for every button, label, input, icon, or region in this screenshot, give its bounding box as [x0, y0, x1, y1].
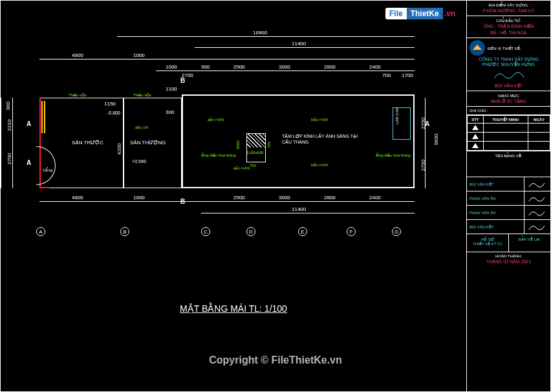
tb-note: GHI CHÚ : — [467, 107, 550, 115]
skylight-hatch — [246, 133, 266, 147]
slope: Dốc i=2% — [311, 162, 329, 167]
slope: Dốc i=2% — [311, 117, 329, 122]
tb-drawing-name: TÊN BẢNG VẼ: — [467, 151, 550, 177]
dim: 2400 — [369, 64, 381, 70]
gate-label: Cổng — [43, 168, 52, 172]
dim-line — [117, 36, 415, 37]
signature-icon — [528, 193, 547, 204]
dim: 1100x650 — [246, 151, 263, 155]
tb-category: HẠNG MỤC: NHÀ Ở 3C TẦNG — [467, 91, 550, 107]
slope: dốc 1% — [135, 125, 149, 129]
dim-span: 11400 — [292, 41, 306, 47]
grid-mark: C — [201, 227, 210, 236]
room-label-terrace: SÂN THƯỢNG — [130, 140, 166, 146]
triangle-icon — [472, 125, 479, 130]
dim: 1700 — [402, 72, 413, 78]
dim: 1150 — [104, 101, 116, 107]
dim: 1100 — [166, 86, 177, 92]
dim: 700 — [382, 72, 391, 78]
grid-mark: B — [120, 227, 129, 236]
dim: 4200 — [116, 144, 122, 155]
watermark-logo: File ThietKe .vn — [385, 8, 455, 19]
drawing-title: MẶT BẰNG MÁI TL: 1/100 — [180, 303, 287, 314]
dim: 1000 — [166, 64, 177, 70]
dim: 11400 — [292, 206, 306, 212]
section-mark-a: A — [27, 159, 31, 166]
dim: 2700 — [6, 153, 12, 165]
signature-icon — [528, 208, 547, 218]
tb-designer: ĐƠN VỊ THIẾT KẾ: CÔNG TY TNHH XÂY DỰNG P… — [467, 38, 550, 91]
dim-line — [195, 47, 415, 48]
dim: 2800 — [324, 64, 336, 70]
drawing-area: 16900 11400 4800 1000 1000 900 2500 3000… — [1, 1, 466, 391]
signature-icon — [528, 222, 547, 232]
dim: 1000 — [133, 52, 145, 58]
triangle-icon — [472, 134, 479, 139]
room-label-front: SÂN TRƯỚC — [72, 140, 103, 146]
dim-line — [1, 98, 1, 188]
dim: 3000 — [279, 64, 290, 70]
section-mark-a: A — [27, 120, 31, 127]
dim: 4800 — [72, 195, 83, 201]
company-logo-icon — [470, 40, 485, 56]
dim: 2800 — [324, 195, 336, 201]
section-mark-a: A — [425, 120, 429, 127]
dim: 3000 — [279, 195, 290, 201]
signature-icon — [493, 69, 525, 82]
dim: 2210 — [6, 120, 12, 131]
tb-signatures: BÙI VĂN KẾT PHAN VĂN ÂN PHAN VĂN ÂN BÙI … — [467, 177, 550, 234]
gate-hatch — [41, 101, 45, 133]
slope-note: Thiến vữa — [69, 93, 87, 97]
tb-date: HOÀN THÀNH: THÁNG 02 NĂM 2021 — [467, 252, 550, 266]
tb-owner: CHỦ ĐẦU TƯ: ÔNG : TRẦN ĐÌNH HIẾN BÀ : HỒ… — [467, 16, 550, 38]
dim: 750 — [250, 164, 256, 168]
signature-icon — [528, 179, 547, 190]
grid-mark: A — [36, 227, 45, 236]
title-block: ĐỊA ĐIỂM XÂY DỰNG: P.HÒA HƯƠNG- TAM KỲ C… — [466, 1, 550, 391]
dim: 2500 — [233, 195, 245, 201]
grid-mark: G — [392, 227, 401, 236]
grid-mark: E — [298, 227, 307, 236]
dim: 5600 — [433, 134, 439, 146]
dim-line — [425, 98, 426, 188]
elevation: +3.590 — [132, 159, 146, 164]
dim: 4800 — [72, 52, 83, 58]
dim-line — [156, 71, 415, 71]
dim-total: 16900 — [253, 30, 267, 36]
dim-line — [12, 98, 13, 188]
dim: 6500 — [236, 140, 240, 149]
slope-note: Thiến vữa — [133, 93, 151, 97]
dim: 2500 — [233, 64, 245, 70]
balcony-label: LAN CAN — [395, 107, 399, 124]
dim: 1000 — [133, 195, 145, 201]
dim: 2750 — [420, 160, 426, 171]
elevation: -0.800 — [107, 111, 120, 115]
dim-line — [201, 213, 415, 213]
triangle-icon — [472, 143, 479, 148]
hvac-note: Ống điều hòa thông — [376, 153, 411, 157]
section-mark-b: B — [180, 77, 185, 84]
slope: dốc i=2% — [233, 166, 250, 170]
dim: 300 — [5, 102, 11, 110]
dim-line — [39, 59, 415, 60]
hvac-note: Ống điều hòa thông — [201, 153, 236, 157]
copyright-text: Copyright © FileThietKe.vn — [209, 354, 342, 366]
skylight-note: TẤM LỢP KÍNH LẤY ÁNH SÁNG TẠI CẦU THANG — [282, 133, 366, 145]
front-line — [39, 187, 49, 188]
dim: 2400 — [369, 195, 381, 201]
dim: 900 — [201, 64, 210, 70]
slope: dốc i=2% — [208, 117, 224, 122]
dim: 700 — [267, 142, 271, 148]
grid-mark: D — [246, 227, 255, 236]
grid-mark: F — [347, 227, 356, 236]
dim-line — [39, 201, 415, 202]
floor-plan: 16900 11400 4800 1000 1000 900 2500 3000… — [39, 98, 427, 188]
tb-location: ĐỊA ĐIỂM XÂY DỰNG: P.HÒA HƯƠNG- TAM KỲ — [467, 1, 550, 16]
tb-bottom: HỒ SƠ THIẾT KẾ KT-TC BẢN VẼ LẠI: — [467, 234, 550, 252]
tb-revisions: STTTHUYẾT MINHNGÀY — [467, 115, 550, 151]
